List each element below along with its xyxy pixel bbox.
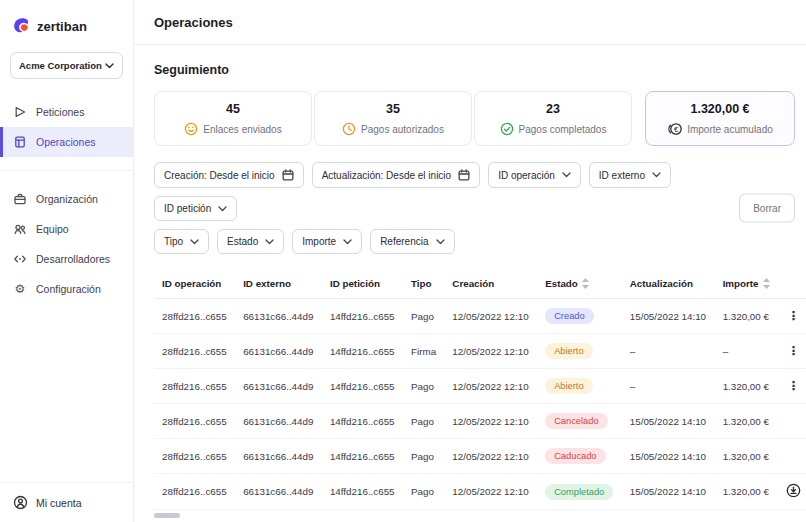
cell-actions: ⋮	[778, 369, 806, 404]
sidebar-item-organizacion[interactable]: Organización	[0, 184, 133, 214]
sidebar-item-equipo[interactable]: Equipo	[0, 214, 133, 244]
calendar-icon	[458, 169, 470, 181]
cell-actualizacion: 15/05/2022 14:10	[622, 299, 715, 334]
cell-importe: –	[715, 334, 778, 369]
filter-label: Actualización: Desde el inicio	[322, 170, 452, 181]
section-title: Seguimiento	[154, 63, 806, 77]
filter-estado[interactable]: Estado	[217, 229, 284, 254]
filter-label: Estado	[227, 236, 258, 247]
cell-actions: ⋮	[778, 404, 806, 439]
operations-table-icon	[13, 135, 27, 149]
row-download-icon[interactable]	[786, 483, 801, 498]
stat-card-enlaces-enviados: 45 Enlaces enviados	[154, 91, 312, 146]
svg-text:€: €	[674, 125, 679, 134]
stat-value: 1.320,00 €	[650, 102, 790, 116]
column-header-estado[interactable]: Estado	[537, 269, 622, 299]
cell-importe: 1.320,00 €	[715, 439, 778, 474]
status-badge: Creado	[545, 308, 594, 324]
content-area: Seguimiento 45 Enlaces enviados 35	[134, 45, 806, 522]
cell-actualizacion: 15/05/2022 14:10	[622, 404, 715, 439]
filter-id-externo[interactable]: ID externo	[589, 162, 671, 188]
table-row: 28ffd216..c655 66131c66..44d9 14ffd216..…	[154, 334, 806, 369]
column-header-creacion: Creación	[444, 269, 537, 299]
filters-bar: Creación: Desde el inicio Actualización:…	[154, 162, 795, 254]
table-row: 28ffd216..c655 66131c66..44d9 14ffd216..…	[154, 439, 806, 474]
chevron-down-icon	[436, 239, 445, 245]
sidebar-item-operaciones[interactable]: Operaciones	[0, 127, 133, 157]
sidebar-divider	[0, 170, 133, 171]
sidebar-item-desarrolladores[interactable]: Desarrolladores	[0, 244, 133, 274]
clock-icon	[342, 122, 356, 136]
filter-tipo[interactable]: Tipo	[154, 229, 209, 254]
sort-icon	[763, 278, 770, 289]
my-account-label: Mi cuenta	[36, 497, 82, 509]
cell-creacion: 12/05/2022 12:10	[444, 299, 537, 334]
clear-filters-button[interactable]: Borrar	[739, 194, 795, 223]
cell-actualizacion: –	[622, 334, 715, 369]
cell-actions: ⋮	[778, 334, 806, 369]
company-selector[interactable]: Acme Corporation	[10, 52, 123, 79]
smiley-icon	[184, 122, 198, 136]
stat-value: 35	[319, 102, 467, 116]
cell-tipo: Pago	[403, 474, 444, 510]
sidebar-item-label: Organización	[36, 193, 98, 205]
column-header-actualizacion: Actualización	[622, 269, 715, 299]
column-header-importe[interactable]: Importe	[715, 269, 778, 299]
stat-value: 45	[159, 102, 307, 116]
cell-tipo: Pago	[403, 439, 444, 474]
table-row: 28ffd216..c655 66131c66..44d9 14ffd216..…	[154, 369, 806, 404]
cell-id-operacion: 28ffd216..c655	[154, 474, 235, 510]
cell-id-peticion: 14ffd216..c655	[322, 404, 403, 439]
row-menu-icon[interactable]: ⋮	[788, 309, 800, 323]
filter-creacion[interactable]: Creación: Desde el inicio	[154, 162, 304, 188]
cell-actualizacion: 15/05/2022 14:10	[622, 439, 715, 474]
filter-id-operacion[interactable]: ID operación	[488, 162, 581, 188]
main-area: Operaciones Seguimiento 45 Enlaces envia…	[134, 0, 806, 522]
sidebar-item-label: Equipo	[36, 223, 69, 235]
filter-referencia[interactable]: Referencia	[370, 229, 454, 254]
sidebar-item-label: Configuración	[36, 283, 101, 295]
send-icon	[13, 105, 27, 119]
sidebar-nav: Peticiones Operaciones Organización Equi…	[0, 97, 133, 304]
cell-creacion: 12/05/2022 12:10	[444, 334, 537, 369]
calendar-icon	[282, 169, 294, 181]
status-badge: Abierto	[545, 378, 592, 394]
cell-creacion: 12/05/2022 12:10	[444, 439, 537, 474]
cell-actions: ⋮	[778, 439, 806, 474]
filter-importe[interactable]: Importe	[292, 229, 362, 254]
cell-id-operacion: 28ffd216..c655	[154, 369, 235, 404]
chevron-down-icon	[652, 172, 661, 178]
cell-actualizacion: 15/05/2022 14:10	[622, 474, 715, 510]
status-badge: Caducado	[545, 448, 605, 464]
cell-id-operacion: 28ffd216..c655	[154, 439, 235, 474]
table-row: 28ffd216..c655 66131c66..44d9 14ffd216..…	[154, 404, 806, 439]
status-badge: Completado	[545, 484, 613, 500]
filter-actualizacion[interactable]: Actualización: Desde el inicio	[312, 162, 481, 188]
cell-actualizacion: –	[622, 369, 715, 404]
filter-id-peticion[interactable]: ID petición	[154, 196, 237, 221]
chevron-down-icon	[190, 239, 199, 245]
chevron-down-icon	[343, 239, 352, 245]
row-menu-icon[interactable]: ⋮	[788, 379, 800, 393]
cell-id-externo: 66131c66..44d9	[235, 369, 322, 404]
stat-label: Enlaces enviados	[203, 124, 281, 135]
sidebar-item-peticiones[interactable]: Peticiones	[0, 97, 133, 127]
filter-label: Importe	[302, 236, 336, 247]
row-menu-icon[interactable]: ⋮	[788, 344, 800, 358]
operations-table: ID operación ID externo ID petición Tipo…	[154, 269, 806, 518]
cell-id-externo: 66131c66..44d9	[235, 404, 322, 439]
user-circle-icon	[13, 495, 28, 510]
chevron-down-icon	[218, 206, 227, 212]
stat-card-pagos-autorizados: 35 Pagos autorizados	[314, 91, 472, 146]
stat-label: Pagos completados	[519, 124, 607, 135]
cell-id-peticion: 14ffd216..c655	[322, 334, 403, 369]
my-account-button[interactable]: Mi cuenta	[0, 482, 133, 522]
brand-logo[interactable]: zertiban	[0, 0, 133, 44]
horizontal-scrollbar-thumb[interactable]	[154, 513, 180, 518]
sidebar-item-label: Operaciones	[36, 136, 96, 148]
cell-id-operacion: 28ffd216..c655	[154, 404, 235, 439]
sidebar-item-configuracion[interactable]: ⚙ Configuración	[0, 274, 133, 304]
cell-actions: ⋮	[778, 474, 806, 510]
stat-label: Pagos autorizados	[361, 124, 444, 135]
briefcase-icon	[13, 192, 27, 206]
